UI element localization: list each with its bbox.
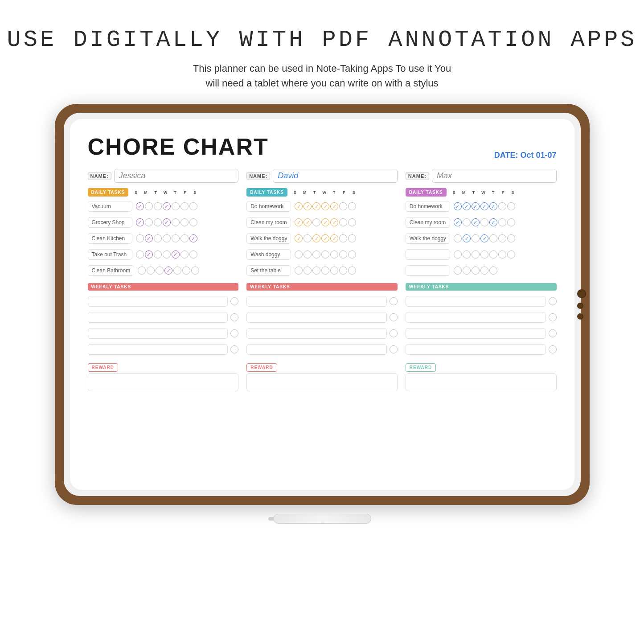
checkbox-jessica-1-5[interactable]	[180, 218, 189, 226]
checkbox-max-1-2[interactable]: ✓	[472, 218, 480, 226]
checkbox-david-2-6[interactable]	[348, 234, 356, 242]
checkbox-jessica-0-6[interactable]	[189, 202, 197, 210]
checkbox-max-3-1[interactable]	[463, 250, 471, 258]
checkbox-david-1-0[interactable]: ✓	[295, 218, 303, 226]
weekly-box-jessica-3[interactable]	[88, 344, 228, 355]
reward-box-max[interactable]	[406, 373, 557, 391]
checkbox-jessica-2-4[interactable]	[172, 234, 180, 242]
checkbox-david-1-3[interactable]: ✓	[321, 218, 329, 226]
checkbox-jessica-1-2[interactable]	[154, 218, 162, 226]
checkbox-max-4-0[interactable]	[454, 267, 462, 275]
weekly-circle-max-1[interactable]	[549, 313, 557, 321]
checkbox-jessica-3-5[interactable]	[180, 250, 189, 258]
checkbox-jessica-3-2[interactable]	[154, 250, 162, 258]
checkbox-david-0-3[interactable]: ✓	[321, 202, 329, 210]
weekly-box-max-0[interactable]	[406, 296, 546, 307]
weekly-circle-max-0[interactable]	[549, 297, 557, 305]
checkbox-jessica-4-6[interactable]	[191, 267, 199, 275]
weekly-circle-jessica-1[interactable]	[230, 313, 238, 321]
checkbox-david-1-6[interactable]	[348, 218, 356, 226]
checkbox-max-1-6[interactable]	[507, 218, 515, 226]
checkbox-max-2-3[interactable]: ✓	[480, 234, 488, 242]
checkbox-david-4-3[interactable]	[321, 267, 329, 275]
checkbox-jessica-2-2[interactable]	[154, 234, 162, 242]
checkbox-max-2-0[interactable]	[454, 234, 462, 242]
weekly-box-jessica-1[interactable]	[88, 312, 228, 323]
name-input-david[interactable]: David	[273, 169, 398, 183]
checkbox-max-2-5[interactable]	[498, 234, 506, 242]
checkbox-david-2-1[interactable]	[304, 234, 312, 242]
checkbox-david-4-5[interactable]	[339, 267, 347, 275]
checkbox-jessica-3-0[interactable]	[136, 250, 144, 258]
checkbox-max-4-2[interactable]	[472, 267, 480, 275]
checkbox-max-0-2[interactable]: ✓	[472, 202, 480, 210]
checkbox-max-2-4[interactable]	[489, 234, 497, 242]
checkbox-max-0-4[interactable]: ✓	[489, 202, 497, 210]
checkbox-david-1-2[interactable]	[312, 218, 320, 226]
reward-box-david[interactable]	[246, 373, 398, 391]
checkbox-max-3-0[interactable]	[454, 250, 462, 258]
checkbox-max-1-0[interactable]: ✓	[454, 218, 462, 226]
name-input-max[interactable]: Max	[432, 169, 557, 183]
checkbox-max-3-6[interactable]	[507, 250, 515, 258]
checkbox-max-1-3[interactable]	[480, 218, 488, 226]
checkbox-jessica-2-0[interactable]	[136, 234, 144, 242]
checkbox-jessica-2-6[interactable]: ✓	[189, 234, 197, 242]
checkbox-david-0-2[interactable]: ✓	[312, 202, 320, 210]
weekly-box-david-2[interactable]	[246, 328, 387, 339]
checkbox-jessica-2-3[interactable]	[163, 234, 171, 242]
weekly-circle-max-2[interactable]	[549, 329, 557, 337]
checkbox-max-4-4[interactable]	[489, 267, 497, 275]
weekly-circle-jessica-3[interactable]	[230, 345, 238, 353]
checkbox-jessica-4-2[interactable]	[156, 267, 164, 275]
weekly-box-max-3[interactable]	[406, 344, 546, 355]
checkbox-max-3-4[interactable]	[489, 250, 497, 258]
weekly-circle-david-2[interactable]	[390, 329, 398, 337]
checkbox-david-0-0[interactable]: ✓	[295, 202, 303, 210]
checkbox-david-3-3[interactable]	[321, 250, 329, 258]
checkbox-david-3-4[interactable]	[330, 250, 338, 258]
checkbox-jessica-4-1[interactable]	[147, 267, 155, 275]
checkbox-max-3-2[interactable]	[472, 250, 480, 258]
checkbox-max-0-5[interactable]	[498, 202, 506, 210]
checkbox-jessica-3-1[interactable]: ✓	[145, 250, 153, 258]
weekly-box-david-1[interactable]	[246, 312, 387, 323]
checkbox-david-2-5[interactable]	[339, 234, 347, 242]
checkbox-jessica-0-3[interactable]: ✓	[163, 202, 171, 210]
checkbox-jessica-4-4[interactable]	[173, 267, 181, 275]
checkbox-max-1-5[interactable]	[498, 218, 506, 226]
checkbox-jessica-0-4[interactable]	[172, 202, 180, 210]
checkbox-jessica-0-2[interactable]	[154, 202, 162, 210]
weekly-box-david-3[interactable]	[246, 344, 387, 355]
weekly-circle-max-3[interactable]	[549, 345, 557, 353]
checkbox-jessica-1-4[interactable]	[172, 218, 180, 226]
checkbox-jessica-3-6[interactable]	[189, 250, 197, 258]
checkbox-max-2-1[interactable]: ✓	[463, 234, 471, 242]
weekly-circle-david-3[interactable]	[390, 345, 398, 353]
checkbox-max-0-0[interactable]: ✓	[454, 202, 462, 210]
weekly-circle-david-1[interactable]	[390, 313, 398, 321]
checkbox-jessica-1-6[interactable]	[189, 218, 197, 226]
weekly-circle-david-0[interactable]	[390, 297, 398, 305]
checkbox-jessica-4-0[interactable]	[138, 267, 146, 275]
weekly-box-max-2[interactable]	[406, 328, 546, 339]
checkbox-david-2-2[interactable]: ✓	[312, 234, 320, 242]
checkbox-max-4-3[interactable]	[480, 267, 488, 275]
checkbox-david-4-2[interactable]	[312, 267, 320, 275]
checkbox-david-4-1[interactable]	[304, 267, 312, 275]
checkbox-jessica-4-3[interactable]: ✓	[164, 267, 172, 275]
checkbox-jessica-0-1[interactable]	[145, 202, 153, 210]
checkbox-david-0-4[interactable]: ✓	[330, 202, 338, 210]
checkbox-jessica-1-0[interactable]: ✓	[136, 218, 144, 226]
checkbox-max-3-3[interactable]	[480, 250, 488, 258]
checkbox-max-2-6[interactable]	[507, 234, 515, 242]
checkbox-david-1-4[interactable]: ✓	[330, 218, 338, 226]
checkbox-jessica-0-5[interactable]	[180, 202, 189, 210]
checkbox-david-1-1[interactable]: ✓	[304, 218, 312, 226]
weekly-circle-jessica-0[interactable]	[230, 297, 238, 305]
checkbox-max-4-1[interactable]	[463, 267, 471, 275]
checkbox-david-2-0[interactable]: ✓	[295, 234, 303, 242]
checkbox-david-3-2[interactable]	[312, 250, 320, 258]
reward-box-jessica[interactable]	[88, 373, 239, 391]
checkbox-jessica-1-3[interactable]: ✓	[163, 218, 171, 226]
